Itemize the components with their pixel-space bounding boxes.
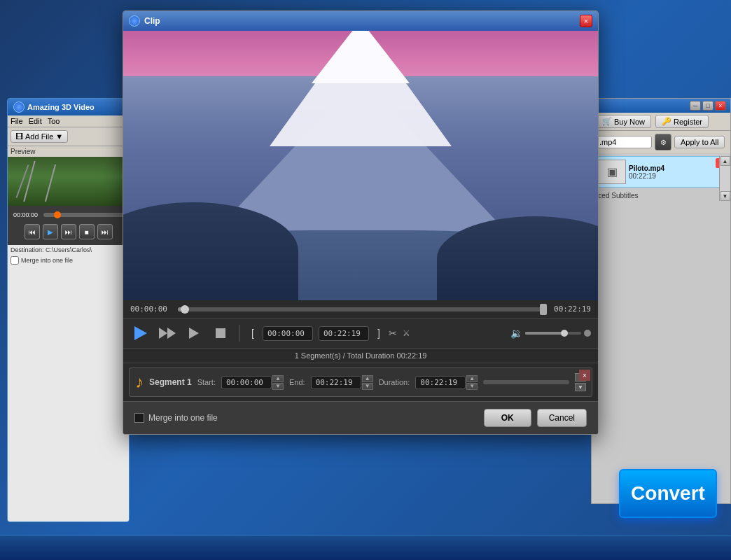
- bg-play-button[interactable]: ▶: [43, 224, 58, 239]
- stop-icon: [216, 328, 225, 338]
- start-spin-down[interactable]: ▼: [272, 383, 284, 390]
- segment-info-bar: 1 Segment(s) / Total Duration 00:22:19: [123, 348, 598, 363]
- end-spinner: ▲ ▼: [362, 375, 373, 390]
- duration-time-input[interactable]: [415, 376, 466, 389]
- clip-end-time[interactable]: 00:22:19: [319, 326, 369, 341]
- bg-merge-checkbox[interactable]: [11, 256, 19, 265]
- controls-row: [ 00:00:00 00:22:19 ] ✂ ⚔ 🔉: [123, 318, 598, 348]
- snow-cap-inner: [312, 31, 410, 83]
- duration-spin-down[interactable]: ▼: [466, 383, 478, 390]
- start-field-label: Start:: [197, 378, 216, 386]
- segment-remove-button[interactable]: ×: [579, 370, 590, 381]
- seek-area: 00:00:00 00:22:19: [123, 300, 598, 318]
- separator-1: [239, 325, 240, 342]
- dialog-button-row: OK Cancel: [484, 409, 587, 427]
- bg-app-menubar: File Edit Too: [8, 115, 129, 127]
- background-app-window: Amazing 3D Video File Edit Too 🎞 Add Fil…: [7, 98, 130, 522]
- clip-dialog: Clip × 00:00:00: [123, 10, 599, 435]
- bg-controls: 00:00:00 ⏮ ▶ ⏭ ■ ⏭: [8, 206, 129, 245]
- dialog-title: Clip: [129, 15, 160, 27]
- cancel-button[interactable]: Cancel: [537, 409, 587, 427]
- bg-app-titlebar: Amazing 3D Video: [8, 99, 129, 115]
- seek-time-end: 00:22:19: [549, 304, 591, 314]
- start-time-input[interactable]: [221, 376, 272, 389]
- bg-playcontrols: ⏮ ▶ ⏭ ■ ⏭: [11, 221, 126, 242]
- duration-input-group: ▲ ▼: [415, 375, 478, 390]
- bg-skip-forward-button[interactable]: ⏭: [61, 224, 76, 239]
- format-select[interactable]: .mp4: [596, 136, 652, 148]
- menu-file[interactable]: File: [11, 117, 23, 125]
- seek-track[interactable]: [178, 307, 543, 312]
- scroll-down-button[interactable]: ▼: [720, 191, 730, 201]
- buy-now-button[interactable]: 🛒 Buy Now: [596, 115, 651, 128]
- apply-to-all-button[interactable]: Apply to All: [674, 136, 725, 148]
- mark-in-button[interactable]: [: [249, 326, 257, 340]
- film-icon: 🎞: [15, 132, 23, 141]
- volume-thumb[interactable]: [561, 330, 568, 337]
- end-time-input[interactable]: [311, 376, 361, 389]
- end-input-group: ▲ ▼: [311, 375, 373, 390]
- bg-app-body: File Edit Too 🎞 Add File ▼ Preview 00:00…: [8, 115, 129, 522]
- file-thumbnail-icon: ▣: [598, 160, 626, 184]
- dialog-bottom: Merge into one file OK Cancel: [123, 401, 598, 434]
- restore-button[interactable]: □: [702, 101, 713, 111]
- mark-out-button[interactable]: ]: [375, 326, 383, 340]
- segment-track[interactable]: [483, 380, 569, 384]
- minimize-button[interactable]: ─: [690, 101, 701, 111]
- taskbar: [0, 536, 731, 560]
- volume-track[interactable]: [525, 332, 581, 335]
- right-panel-titlebar: ─ □ ×: [592, 99, 730, 113]
- volume-max-indicator: [584, 330, 591, 337]
- merge-checkbox[interactable]: [134, 413, 144, 423]
- bg-app-toolbar: 🎞 Add File ▼: [8, 127, 129, 146]
- clip-start-time[interactable]: 00:00:00: [263, 326, 313, 341]
- duration-spin-up[interactable]: ▲: [466, 375, 478, 382]
- stop-button[interactable]: [210, 323, 231, 344]
- menu-edit[interactable]: Edit: [29, 117, 42, 125]
- settings-icon-button[interactable]: ⚙: [655, 134, 671, 150]
- register-button[interactable]: 🔑 Register: [655, 115, 709, 128]
- dialog-close-button[interactable]: ×: [580, 15, 592, 27]
- bg-seek-thumb[interactable]: [54, 211, 61, 218]
- file-item: ▣ Piloto.mp4 00:22:19 ×: [594, 156, 727, 188]
- ok-button[interactable]: OK: [484, 409, 531, 427]
- fast-forward-button[interactable]: [157, 323, 178, 344]
- convert-button[interactable]: Convert: [619, 469, 717, 518]
- bg-end-button[interactable]: ⏭: [97, 224, 113, 239]
- cart-icon: 🛒: [602, 117, 612, 126]
- merge-check-row: Merge into one file: [134, 413, 218, 423]
- forward-icon: [189, 328, 199, 339]
- bg-seekbar[interactable]: [43, 213, 126, 217]
- volume-icon: 🔉: [510, 328, 522, 339]
- forward-button[interactable]: [183, 323, 204, 344]
- end-spin-up[interactable]: ▲: [362, 375, 373, 382]
- bg-current-time: 00:00:00: [11, 210, 41, 220]
- right-toolbar: 🛒 Buy Now 🔑 Register: [592, 113, 730, 131]
- duration-field-label: Duration:: [379, 378, 410, 386]
- scroll-up-button[interactable]: ▲: [720, 156, 730, 166]
- segment-down-button[interactable]: ▼: [575, 383, 586, 391]
- app-logo-icon: [13, 102, 25, 113]
- bg-app-title: Amazing 3D Video: [27, 103, 95, 111]
- file-list: ▣ Piloto.mp4 00:22:19 × rced Subtitles ▲…: [592, 156, 730, 201]
- menu-tools[interactable]: Too: [48, 117, 60, 125]
- seek-thumb[interactable]: [181, 305, 189, 314]
- bg-skip-back-button[interactable]: ⏮: [25, 224, 40, 239]
- segments-area: ♪ Segment 1 Start: ▲ ▼ End: ▲ ▼: [123, 363, 598, 401]
- preview-thumbnail: [8, 157, 129, 206]
- scrollbar[interactable]: ▲ ▼: [719, 156, 730, 201]
- key-icon: 🔑: [662, 117, 671, 126]
- video-preview: [123, 31, 598, 300]
- dropdown-arrow-icon: ▼: [55, 132, 63, 141]
- mountain-scene: [123, 31, 598, 300]
- play-button[interactable]: [130, 323, 151, 344]
- seek-end-thumb[interactable]: [540, 304, 547, 315]
- volume-row: 🔉: [510, 328, 591, 339]
- close-button[interactable]: ×: [715, 101, 726, 111]
- add-file-button[interactable]: 🎞 Add File ▼: [11, 130, 68, 143]
- start-spinner: ▲ ▼: [272, 375, 284, 390]
- fast-forward-icon: [159, 328, 176, 339]
- start-spin-up[interactable]: ▲: [272, 375, 284, 382]
- bg-stop-button[interactable]: ■: [79, 224, 95, 239]
- end-spin-down[interactable]: ▼: [362, 383, 373, 390]
